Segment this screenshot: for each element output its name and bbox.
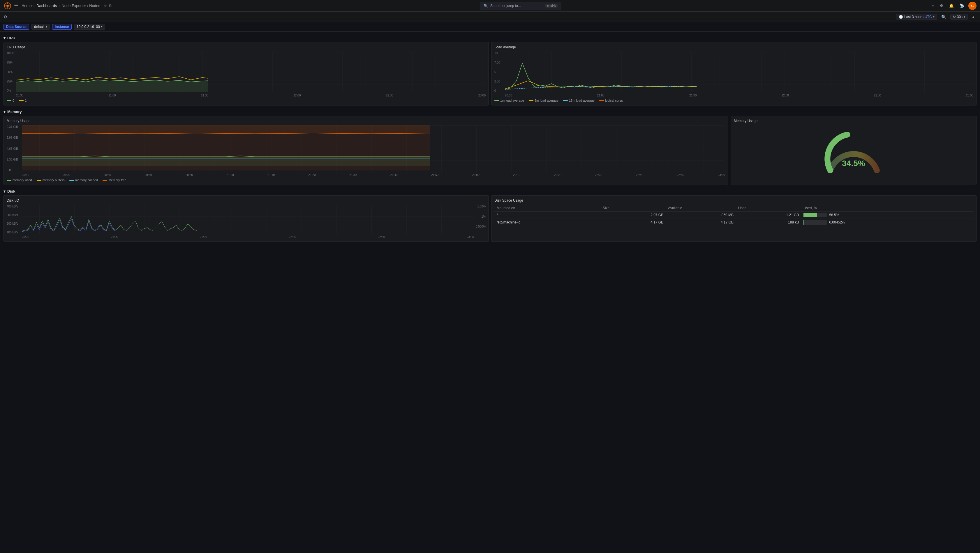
mem-cached-label: memory cached bbox=[75, 178, 98, 182]
mem-x-2120: 21:20 bbox=[309, 173, 316, 177]
col-available: Available bbox=[666, 205, 736, 212]
cpu-usage-panel: CPU Usage 100% 75% 50% 25% 0% bbox=[3, 42, 489, 105]
breadcrumb-sep2: › bbox=[59, 3, 60, 8]
load-5m-label: 5m load average bbox=[535, 99, 558, 102]
navbar: ⚙ 🕐 Last 3 hours UTC ▾ 🔍 ↻ 30s ▾ ▲ bbox=[0, 12, 980, 22]
disk-io-title: Disk I/O bbox=[7, 198, 486, 202]
cpu-y-0: 0% bbox=[7, 89, 14, 92]
datasource-label: Data Source bbox=[3, 24, 29, 30]
mem-y-466: 4.66 GiB bbox=[7, 147, 18, 150]
load-y-0: 0 bbox=[494, 89, 500, 92]
used-pct-2: 0.00452% bbox=[801, 219, 973, 226]
mem-x-2110: 21:10 bbox=[267, 173, 275, 177]
disk-yr-150: 1.50% bbox=[476, 205, 486, 208]
load-x-2300: 23:00 bbox=[966, 94, 973, 97]
mem-legend-used: memory used bbox=[7, 178, 32, 182]
mem-x-2140: 21:40 bbox=[390, 173, 398, 177]
svg-rect-4 bbox=[505, 52, 973, 92]
memory-gauge-title: Memory Usage bbox=[734, 119, 973, 123]
search-bar[interactable]: 🔍 Search or jump to... cmd+k bbox=[480, 2, 562, 10]
main-content: ▾ CPU CPU Usage 100% 75% 50% 25% 0% bbox=[0, 32, 980, 247]
size-1: 2.07 GB bbox=[600, 212, 666, 219]
breadcrumb-sep1: › bbox=[33, 3, 35, 8]
disk-io-chart bbox=[22, 205, 474, 234]
cpu-x-2030: 20:30 bbox=[16, 94, 23, 97]
svg-marker-9 bbox=[22, 134, 430, 171]
mem-y-931: 9.31 GiB bbox=[7, 125, 18, 129]
dashboards-link[interactable]: Dashboards bbox=[37, 3, 57, 8]
share-icon[interactable]: ⎘ bbox=[109, 4, 111, 8]
clock-icon: 🕐 bbox=[899, 15, 903, 19]
memory-section-header[interactable]: ▾ Memory bbox=[3, 108, 977, 116]
cpu-x-2300: 23:00 bbox=[478, 94, 486, 97]
mem-x-2200: 22:00 bbox=[472, 173, 479, 177]
mem-y-0: 0 B bbox=[7, 169, 18, 172]
refresh-picker[interactable]: ↻ 30s ▾ bbox=[950, 14, 968, 20]
avatar[interactable]: G bbox=[968, 2, 977, 10]
mem-x-2150: 21:50 bbox=[431, 173, 438, 177]
nav-right: 🕐 Last 3 hours UTC ▾ 🔍 ↻ 30s ▾ ▲ bbox=[896, 13, 977, 21]
mount-2: /etc/machine-id bbox=[494, 219, 600, 226]
load-y-250: 2.50 bbox=[494, 80, 500, 83]
load-legend-5m: 5m load average bbox=[529, 99, 558, 102]
mem-x-2040: 20:40 bbox=[145, 173, 152, 177]
cpu-section-header[interactable]: ▾ CPU bbox=[3, 34, 977, 42]
settings-icon[interactable]: ⚙ bbox=[938, 2, 945, 9]
mem-x-2130: 21:30 bbox=[349, 173, 356, 177]
load-x-2200: 22:00 bbox=[782, 94, 789, 97]
load-average-title: Load Average bbox=[494, 45, 973, 49]
mem-x-2240: 22:40 bbox=[636, 173, 643, 177]
avail-2: 4.17 GB bbox=[666, 219, 736, 226]
used-pct-1: 58.5% bbox=[801, 212, 973, 219]
add-button[interactable]: + bbox=[930, 2, 936, 9]
gear-icon[interactable]: ⚙ bbox=[3, 14, 7, 19]
rss-icon[interactable]: 📡 bbox=[958, 2, 966, 9]
gauge-svg: 34.5% bbox=[824, 125, 883, 178]
cpu-chevron-icon: ▾ bbox=[3, 36, 6, 40]
cpu-legend-1-label: 1 bbox=[25, 99, 27, 102]
cpu-y-100: 100% bbox=[7, 52, 14, 55]
datasource-picker[interactable]: default ▾ bbox=[32, 24, 50, 30]
mem-x-2220: 22:20 bbox=[554, 173, 562, 177]
cpu-legend-0-label: 0 bbox=[13, 99, 14, 102]
table-row: / 2.07 GB 859 MB 1.21 GB 58.5% bbox=[494, 212, 973, 219]
instance-chevron: ▾ bbox=[101, 25, 103, 28]
memory-chevron-icon: ▾ bbox=[3, 110, 6, 114]
time-chevron-icon: ▾ bbox=[933, 16, 935, 18]
mem-x-2210: 22:10 bbox=[513, 173, 520, 177]
mem-legend-cached: memory cached bbox=[69, 178, 98, 182]
breadcrumb: Home › Dashboards › Node Exporter / Node… bbox=[22, 3, 100, 8]
zoom-out-icon[interactable]: 🔍 bbox=[940, 13, 948, 21]
collapse-all-button[interactable]: ▲ bbox=[970, 14, 977, 19]
cpu-x-2100: 21:00 bbox=[108, 94, 116, 97]
disk-io-panel: Disk I/O 400 kB/s 300 kB/s 200 kB/s 100 … bbox=[3, 195, 489, 242]
mem-legend-free: memory free bbox=[103, 178, 126, 182]
cpu-legend-0: 0 bbox=[7, 99, 14, 102]
disk-x-2130: 21:30 bbox=[200, 236, 207, 239]
bell-icon[interactable]: 🔔 bbox=[947, 2, 956, 9]
cpu-panels: CPU Usage 100% 75% 50% 25% 0% bbox=[3, 42, 977, 105]
mem-x-2300: 23:00 bbox=[718, 173, 725, 177]
instance-picker[interactable]: 10.0.0.21:9100 ▾ bbox=[74, 24, 105, 30]
home-link[interactable]: Home bbox=[22, 3, 32, 8]
disk-space-panel: Disk Space Usage Mounted on Size Availab… bbox=[491, 195, 977, 242]
avail-1: 859 MB bbox=[666, 212, 736, 219]
mem-x-2010: 20:10 bbox=[22, 173, 29, 177]
star-icon[interactable]: ☆ bbox=[104, 4, 107, 8]
mem-x-2100: 21:00 bbox=[227, 173, 234, 177]
mem-free-label: memory free bbox=[108, 178, 126, 182]
hamburger-icon[interactable]: ☰ bbox=[14, 3, 18, 8]
memory-legend: memory used memory buffers memory cached… bbox=[7, 178, 725, 182]
cpu-y-25: 25% bbox=[7, 80, 14, 83]
mem-legend-buffers: memory buffers bbox=[37, 178, 65, 182]
disk-x-2300: 23:00 bbox=[467, 236, 474, 239]
mem-x-2050: 20:50 bbox=[186, 173, 193, 177]
disk-y-200: 200 kB/s bbox=[7, 222, 18, 225]
svg-point-1 bbox=[6, 5, 9, 7]
grafana-logo[interactable] bbox=[3, 2, 12, 10]
disk-section-header[interactable]: ▾ Disk bbox=[3, 187, 977, 195]
memory-usage-panel: Memory Usage 9.31 GiB 6.98 GiB 4.66 GiB … bbox=[3, 116, 728, 185]
load-legend-cores: logical cores bbox=[599, 99, 623, 102]
time-range-picker[interactable]: 🕐 Last 3 hours UTC ▾ bbox=[896, 14, 937, 20]
svg-rect-11 bbox=[22, 205, 474, 234]
